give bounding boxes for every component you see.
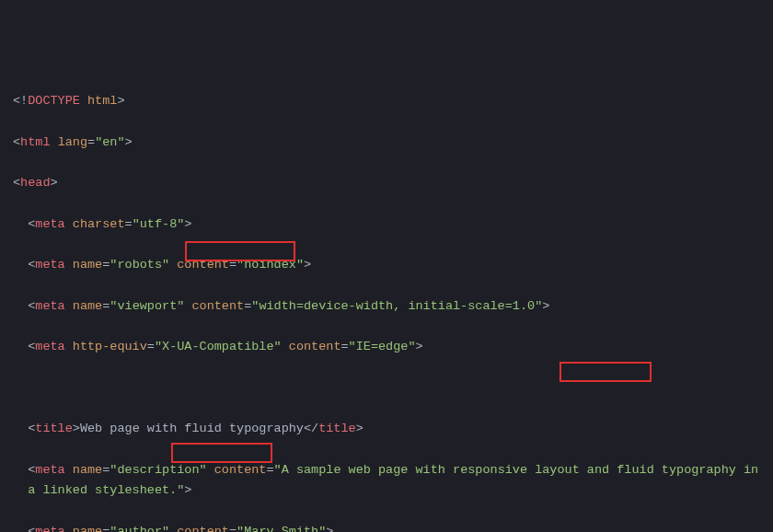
code-token: meta bbox=[35, 217, 64, 231]
code-token: > bbox=[416, 340, 423, 353]
code-token: < bbox=[13, 176, 20, 190]
code-token: = bbox=[125, 217, 133, 231]
code-token: title bbox=[35, 422, 73, 435]
code-token: charset bbox=[73, 217, 125, 231]
code-token: = bbox=[147, 340, 155, 353]
code-token: > bbox=[184, 217, 191, 231]
code-token: < bbox=[13, 135, 20, 149]
code-token: http-equiv bbox=[73, 340, 147, 353]
code-token: "width=device-width, initial-scale=1.0" bbox=[251, 299, 542, 313]
code-token: > bbox=[51, 176, 58, 190]
code-token: "IE=edge" bbox=[349, 340, 416, 353]
code-token: head bbox=[20, 176, 50, 190]
code-token: <! bbox=[13, 94, 28, 108]
code-editor: <!DOCTYPE html> <html lang="en"> <head> … bbox=[13, 91, 760, 532]
code-token: > bbox=[184, 483, 191, 497]
code-token: content bbox=[177, 525, 229, 532]
code-token: "en" bbox=[95, 135, 124, 149]
code-token: content bbox=[289, 340, 341, 353]
code-token: "author" bbox=[110, 525, 169, 532]
code-token: > bbox=[326, 525, 333, 532]
code-token: > bbox=[304, 258, 311, 272]
code-token: DOCTYPE bbox=[28, 94, 80, 108]
code-token: html bbox=[20, 135, 50, 149]
code-token: "Mary Smith" bbox=[237, 525, 326, 532]
code-token: content bbox=[214, 463, 267, 477]
code-token: = bbox=[341, 340, 349, 353]
code-token: "robots" bbox=[110, 258, 169, 272]
code-token: "utf-8" bbox=[133, 217, 185, 231]
code-token: > bbox=[125, 135, 133, 149]
code-token: "viewport" bbox=[110, 299, 184, 313]
code-token: title bbox=[318, 422, 356, 435]
code-token: meta bbox=[35, 340, 64, 353]
code-token: name bbox=[73, 299, 102, 313]
code-token: > bbox=[117, 94, 124, 108]
code-token: > bbox=[356, 422, 363, 435]
code-token: content bbox=[191, 299, 244, 313]
code-token: name bbox=[73, 463, 102, 477]
code-token: "X-UA-Compatible" bbox=[155, 340, 282, 353]
code-token: "noindex" bbox=[237, 258, 304, 272]
code-token: lang bbox=[58, 135, 87, 149]
code-token: name bbox=[73, 258, 102, 272]
code-token: name bbox=[73, 525, 102, 532]
code-token: meta bbox=[35, 258, 64, 272]
code-token: "description" bbox=[110, 463, 206, 477]
code-token: content bbox=[177, 258, 229, 272]
code-token: > bbox=[73, 422, 80, 435]
code-token: meta bbox=[35, 299, 64, 313]
code-token: meta bbox=[35, 525, 64, 532]
code-token: = bbox=[266, 463, 273, 477]
code-token: html bbox=[80, 94, 118, 108]
code-token: </ bbox=[304, 422, 318, 435]
code-token: = bbox=[229, 258, 237, 272]
code-token: = bbox=[87, 135, 95, 149]
code-token: meta bbox=[35, 463, 64, 477]
code-token: > bbox=[542, 299, 549, 313]
code-token: = bbox=[229, 525, 237, 532]
